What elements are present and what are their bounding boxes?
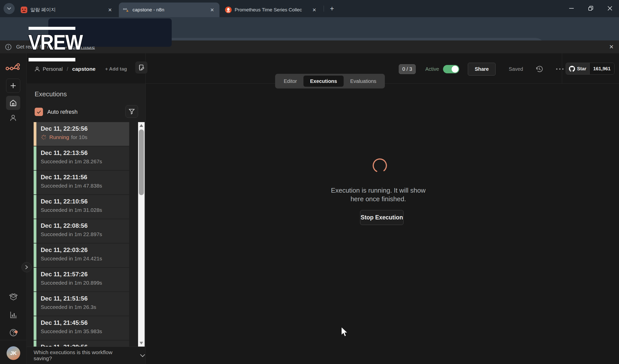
add-workflow-button[interactable]: [6, 79, 20, 93]
execution-list-item[interactable]: Dec 11, 21:39:56: [34, 340, 129, 347]
filter-funnel-icon: [129, 108, 135, 115]
new-tab-button[interactable]: +: [327, 4, 337, 13]
execution-date: Dec 11, 21:45:56: [41, 319, 129, 326]
execution-list-item[interactable]: Dec 11, 22:25:56Runningfor 10s: [34, 122, 129, 146]
history-icon[interactable]: [535, 65, 543, 73]
tab-executions[interactable]: Executions: [303, 76, 344, 87]
breadcrumb-separator: /: [67, 66, 68, 72]
github-star-button[interactable]: Star: [566, 63, 589, 74]
minimize-button[interactable]: [568, 5, 574, 11]
auto-refresh-control[interactable]: Auto refresh: [35, 108, 78, 116]
red-creature-icon: [21, 7, 27, 13]
edit-note-button[interactable]: [135, 61, 147, 74]
tab-close-icon[interactable]: ✕: [209, 7, 215, 13]
execution-status: Succeeded in 1m 20.899s: [41, 280, 129, 286]
scroll-down-arrow[interactable]: [140, 342, 143, 345]
close-button[interactable]: [607, 5, 613, 11]
execution-list-item[interactable]: Dec 11, 22:13:56Succeeded in 1m 28.267s: [34, 146, 129, 171]
breadcrumb: Personal / capstone + Add tag: [34, 63, 127, 75]
loading-spinner-icon: [372, 158, 388, 173]
tab-editor[interactable]: Editor: [277, 76, 303, 87]
executions-footer[interactable]: Which executions is this workflow saving…: [27, 347, 145, 364]
execution-status-accent: [34, 171, 36, 194]
running-message: Execution is running. It will show here …: [307, 186, 449, 203]
checkmark-icon: [37, 110, 41, 114]
running-message-line1: Execution is running. It will show: [307, 186, 449, 195]
chevron-down-icon: [7, 7, 11, 10]
breadcrumb-project[interactable]: Personal: [43, 66, 63, 72]
more-options-icon[interactable]: [556, 67, 564, 71]
execution-status: Succeeded in 1m 28.267s: [41, 158, 129, 165]
tab-close-icon[interactable]: ✕: [311, 7, 318, 13]
execution-date: Dec 11, 21:57:26: [41, 271, 129, 278]
running-message-line2: here once finished.: [307, 195, 449, 203]
n8n-app: JK Personal / capstone + Add tag Editor …: [0, 53, 619, 364]
execution-list-item[interactable]: Dec 11, 21:57:26Succeeded in 1m 20.899s: [34, 268, 129, 292]
watermark-logo: VREW: [28, 30, 77, 54]
banner-close-icon[interactable]: ✕: [608, 43, 615, 51]
watermark-bar-top: [29, 27, 75, 30]
tab-title: Prometheus Time Series Collec: [235, 7, 302, 13]
tab-title: 알람 페이지: [30, 7, 56, 13]
executions-list: Dec 11, 22:25:56Runningfor 10sDec 11, 22…: [34, 122, 129, 347]
share-button[interactable]: Share: [468, 63, 496, 76]
execution-status: Runningfor 10s: [41, 134, 129, 140]
active-label: Active: [425, 66, 439, 72]
execution-list-item[interactable]: Dec 11, 22:08:56Succeeded in 1m 22.897s: [34, 219, 129, 243]
tab-close-icon[interactable]: ✕: [107, 7, 113, 13]
executions-panel: Executions Auto refresh Dec 11, 22:25:56…: [27, 83, 145, 364]
github-star-widget[interactable]: Star 161,961: [566, 63, 614, 75]
browser-tab-capstone[interactable]: ! capstone - n8n ✕: [119, 3, 219, 17]
user-avatar[interactable]: JK: [7, 346, 20, 360]
person-icon: [34, 66, 40, 72]
chevron-down-icon[interactable]: [140, 354, 145, 357]
execution-status-accent: [34, 243, 36, 267]
workflow-name[interactable]: capstone: [72, 66, 96, 72]
auto-refresh-checkbox[interactable]: [35, 108, 43, 116]
info-icon: [5, 44, 12, 50]
restore-button[interactable]: [588, 5, 594, 11]
auto-refresh-label: Auto refresh: [47, 109, 78, 115]
execution-preview: Execution is running. It will show here …: [146, 84, 619, 364]
browser-tab-alarm[interactable]: 알람 페이지 ✕: [17, 3, 117, 17]
stop-execution-button[interactable]: Stop Execution: [360, 210, 404, 225]
execution-list-item[interactable]: Dec 11, 21:51:56Succeeded in 1m 26.3s: [34, 292, 129, 316]
expand-sidebar-button[interactable]: [21, 262, 32, 272]
tab-evaluations[interactable]: Evaluations: [344, 76, 383, 87]
templates-box-icon[interactable]: [9, 293, 18, 302]
execution-status-accent: [34, 268, 36, 291]
scroll-up-arrow[interactable]: [140, 124, 143, 127]
footer-question[interactable]: Which executions is this workflow saving…: [34, 349, 131, 361]
execution-list-item[interactable]: Dec 11, 22:11:56Succeeded in 1m 47.838s: [34, 171, 129, 195]
chevron-right-icon: [25, 265, 28, 269]
sidebar-item-personal[interactable]: [9, 114, 17, 122]
active-toggle[interactable]: [443, 65, 459, 73]
scrollbar-thumb[interactable]: [139, 129, 144, 195]
svg-text:!: !: [127, 10, 128, 12]
executions-scrollbar[interactable]: [138, 122, 145, 347]
execution-status-accent: [34, 340, 36, 347]
tab-separator: [324, 6, 324, 12]
add-tag-button[interactable]: + Add tag: [105, 66, 127, 72]
execution-list-item[interactable]: Dec 11, 21:45:56Succeeded in 1m 35.983s: [34, 316, 129, 340]
github-star-label: Star: [577, 66, 586, 72]
home-icon: [9, 99, 17, 107]
sidebar-item-home[interactable]: [6, 96, 20, 110]
github-octocat-icon: [569, 66, 575, 72]
watermark-bar-bottom: [29, 58, 75, 61]
browser-tabstrip: 알람 페이지 ✕ ! capstone - n8n ✕ Prometheus T…: [0, 0, 619, 17]
note-pencil-icon: [138, 64, 145, 71]
execution-list-item[interactable]: Dec 11, 22:03:26Succeeded in 1m 24.421s: [34, 243, 129, 268]
tab-title: capstone - n8n: [132, 7, 164, 13]
prometheus-icon: [225, 7, 232, 13]
notification-dot: [15, 330, 18, 333]
tab-search-button[interactable]: [4, 3, 15, 14]
insights-chart-icon[interactable]: [9, 311, 18, 319]
header-actions: 0 / 3 Active Share Saved: [399, 62, 564, 76]
browser-tab-prometheus[interactable]: Prometheus Time Series Collec ✕: [221, 3, 322, 17]
window-controls: [568, 0, 619, 17]
execution-date: Dec 11, 22:08:56: [41, 222, 129, 229]
filter-button[interactable]: [125, 105, 138, 118]
execution-list-item[interactable]: Dec 11, 22:10:56Succeeded in 1m 31.028s: [34, 195, 129, 219]
toggle-knob: [452, 66, 458, 73]
